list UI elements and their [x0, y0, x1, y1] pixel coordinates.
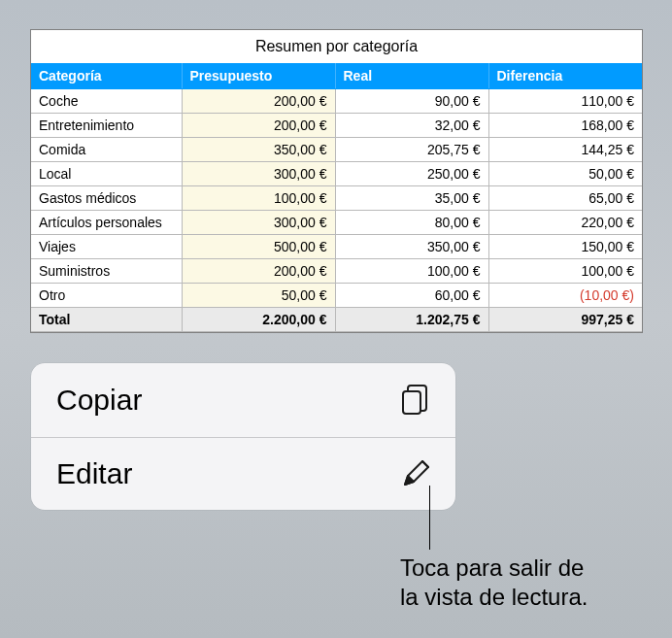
cell-diff: 168,00 €: [488, 114, 642, 138]
col-header-budget: Presupuesto: [182, 63, 335, 89]
col-header-real: Real: [335, 63, 488, 89]
cell-diff: (10,00 €): [488, 284, 642, 308]
cell-budget: 200,00 €: [182, 114, 335, 138]
cell-category: Suministros: [31, 259, 182, 284]
table-row: Coche200,00 €90,00 €110,00 €: [31, 89, 642, 114]
cell-real: 350,00 €: [335, 235, 488, 259]
cell-real: 90,00 €: [335, 89, 488, 114]
cell-diff: 150,00 €: [488, 235, 642, 259]
cell-diff: 997,25 €: [488, 308, 642, 332]
copy-label: Copiar: [56, 384, 142, 417]
cell-category: Otro: [31, 284, 182, 308]
cell-real: 80,00 €: [335, 211, 488, 235]
table-row: Viajes500,00 €350,00 €150,00 €: [31, 235, 642, 259]
table-row-total: Total2.200,00 €1.202,75 €997,25 €: [31, 308, 642, 332]
cell-diff: 144,25 €: [488, 138, 642, 162]
table-title: Resumen por categoría: [31, 30, 642, 63]
col-header-category: Categoría: [31, 63, 182, 89]
cell-real: 1.202,75 €: [335, 308, 488, 332]
cell-real: 35,00 €: [335, 186, 488, 211]
cell-category: Comida: [31, 138, 182, 162]
table-row: Otro50,00 €60,00 €(10,00 €): [31, 284, 642, 308]
col-header-diff: Diferencia: [488, 63, 642, 89]
callout-leader-line: [429, 486, 430, 550]
cell-budget: 50,00 €: [182, 284, 335, 308]
cell-category: Entretenimiento: [31, 114, 182, 138]
cell-budget: 200,00 €: [182, 89, 335, 114]
cell-budget: 100,00 €: [182, 186, 335, 211]
cell-real: 60,00 €: [335, 284, 488, 308]
edit-label: Editar: [56, 457, 132, 490]
table-row: Gastos médicos100,00 €35,00 €65,00 €: [31, 186, 642, 211]
cell-budget: 300,00 €: [182, 211, 335, 235]
cell-real: 205,75 €: [335, 138, 488, 162]
cell-diff: 100,00 €: [488, 259, 642, 284]
cell-category: Gastos médicos: [31, 186, 182, 211]
table-row: Local300,00 €250,00 €50,00 €: [31, 162, 642, 186]
table-header-row: Categoría Presupuesto Real Diferencia: [31, 63, 642, 89]
cell-category: Local: [31, 162, 182, 186]
table-row: Artículos personales300,00 €80,00 €220,0…: [31, 211, 642, 235]
cell-category: Artículos personales: [31, 211, 182, 235]
cell-diff: 110,00 €: [488, 89, 642, 114]
pencil-icon: [401, 459, 430, 488]
context-menu: Copiar Editar: [31, 363, 455, 510]
edit-button[interactable]: Editar: [31, 437, 455, 510]
copy-button[interactable]: Copiar: [31, 363, 455, 437]
cell-diff: 65,00 €: [488, 186, 642, 211]
summary-table-card: Resumen por categoría Categoría Presupue…: [30, 29, 643, 333]
cell-category: Coche: [31, 89, 182, 114]
callout-text: Toca para salir de la vista de lectura.: [400, 554, 653, 612]
summary-table: Categoría Presupuesto Real Diferencia Co…: [31, 63, 642, 332]
cell-real: 100,00 €: [335, 259, 488, 284]
cell-budget: 200,00 €: [182, 259, 335, 284]
cell-real: 250,00 €: [335, 162, 488, 186]
cell-category: Viajes: [31, 235, 182, 259]
cell-category: Total: [31, 308, 182, 332]
cell-diff: 50,00 €: [488, 162, 642, 186]
table-row: Entretenimiento200,00 €32,00 €168,00 €: [31, 114, 642, 138]
svg-rect-0: [403, 391, 420, 414]
cell-budget: 350,00 €: [182, 138, 335, 162]
cell-budget: 2.200,00 €: [182, 308, 335, 332]
table-row: Comida350,00 €205,75 €144,25 €: [31, 138, 642, 162]
cell-diff: 220,00 €: [488, 211, 642, 235]
cell-budget: 300,00 €: [182, 162, 335, 186]
cell-budget: 500,00 €: [182, 235, 335, 259]
table-row: Suministros200,00 €100,00 €100,00 €: [31, 259, 642, 284]
cell-real: 32,00 €: [335, 114, 488, 138]
copy-icon: [399, 383, 430, 418]
